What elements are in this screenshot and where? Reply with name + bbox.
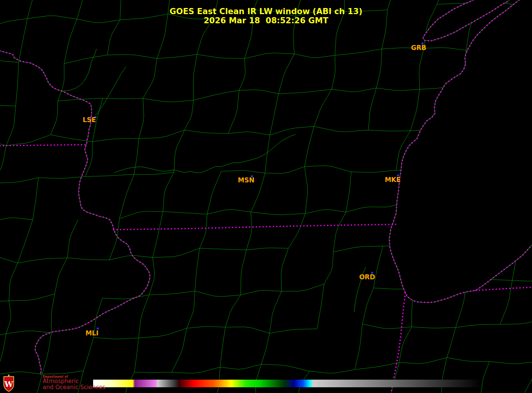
county-border-line [221,171,265,173]
county-border-line [109,219,119,260]
county-border-line [6,106,16,145]
county-border-line [412,327,456,328]
county-border-line [139,98,144,139]
county-border-line [376,88,420,90]
county-border-line [64,55,107,64]
county-border-line [305,166,351,172]
county-border-line [500,319,532,324]
county-border-line [314,126,368,132]
county-border-line [18,258,67,263]
county-border-line [139,130,185,139]
county-border-line [241,250,247,295]
county-border-line [187,327,225,328]
county-border-line [255,364,261,393]
county-border-line [228,132,270,135]
rivers-layer [61,49,366,312]
county-border-line [374,246,383,288]
county-border-line [447,358,490,361]
county-border-line [239,90,278,94]
county-border-line [265,166,305,173]
image-title-block: GOES East Clean IR LW window (ABI ch 13)… [0,7,532,25]
county-border-line [6,331,51,333]
county-border-line [119,174,134,219]
county-border-line [134,338,139,372]
county-border-line [399,327,412,362]
county-border-line [246,248,288,250]
county-border-line [195,248,200,291]
county-border-line [134,139,139,174]
county-border-line [228,90,239,134]
wisconsin-river-path [114,134,296,173]
county-border-line [55,258,67,294]
county-border-line [456,324,500,327]
stations-layer: GRBLSEMSNMKEORDMLI [83,43,426,337]
county-border-line [42,371,83,374]
county-border-line [387,362,399,393]
station-label-lse: LSE [83,116,96,124]
county-border-line [441,358,447,393]
station-label-msn: MSN [238,176,254,184]
county-border-line [200,248,246,250]
station-label-mke: MKE [385,176,401,184]
aos-logo-text: Department of Atmospheric and Oceanic Sc… [43,375,105,391]
county-border-line [195,291,241,297]
county-border-line [314,89,332,126]
crest-letter: W [4,380,13,389]
station-grb: GRB [411,43,426,52]
county-border-line [490,361,532,364]
county-border-line [0,139,6,145]
county-border-line [16,62,19,106]
county-border-line [346,207,387,212]
county-border-line [33,178,39,220]
county-border-line [225,295,240,327]
station-label-mli: MLI [85,329,98,337]
county-border-line [0,145,6,183]
county-border-line [107,55,157,58]
county-border-line [305,126,314,166]
county-border-line [102,295,149,299]
county-border-line [269,291,281,333]
station-msn: MSN [238,176,254,184]
county-border-line [85,142,92,177]
image-timestamp: 2026 Mar 18 08:52:26 GMT [0,16,532,25]
county-border-line [333,212,346,252]
county-border-line [51,294,55,333]
county-border-line [245,53,294,59]
county-border-line [220,364,261,369]
county-border-line [172,328,187,372]
county-border-line [265,135,270,173]
county-border-line [67,258,109,260]
county-border-line [0,178,39,183]
county-border-line [18,220,32,263]
county-border-line [174,130,185,172]
county-border-line [143,58,157,98]
county-border-line [94,338,139,339]
county-border-line [332,55,335,89]
county-border-line [335,49,382,55]
county-border-line [19,19,27,63]
county-border-line [376,49,382,88]
county-border-line [220,327,226,367]
county-border-line [109,256,153,260]
county-border-line [399,358,447,364]
county-border-line [310,370,355,374]
county-border-line [0,218,33,222]
county-border-line [207,171,221,214]
wi-il-border [114,224,396,230]
county-border-line [269,329,317,333]
county-border-line [282,284,324,291]
station-ord: ORD [359,272,375,281]
county-border-line [279,89,332,94]
chippewa-river-path [61,49,97,91]
county-border-line [134,172,174,174]
county-border-line [39,177,85,179]
county-border-line [333,246,383,252]
county-border-line [355,362,399,370]
county-border-line [261,364,310,371]
satellite-map: GRBLSEMSNMKEORDMLI [0,0,532,393]
county-border-line [524,361,532,393]
county-border-line [9,294,55,301]
county-border-line [193,55,197,100]
ir-color-scale [93,380,482,387]
county-border-line [153,211,163,257]
